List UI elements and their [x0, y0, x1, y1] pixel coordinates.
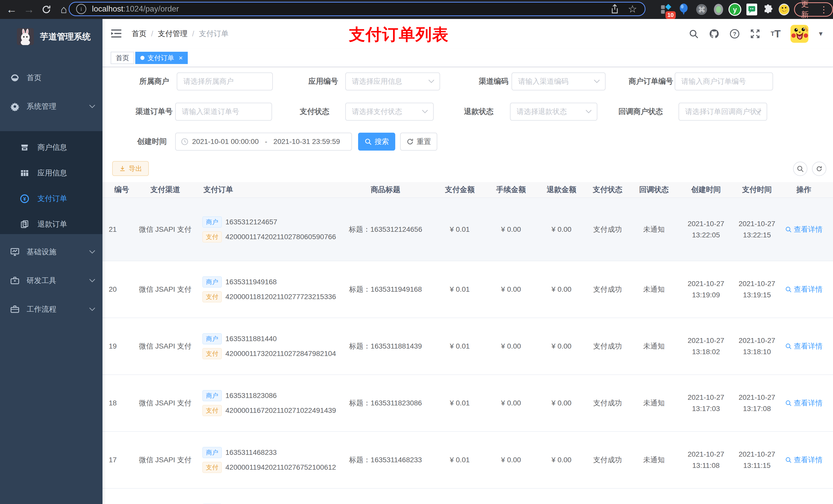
sidebar-toggle-icon[interactable] — [111, 29, 122, 39]
sidebar-item-system[interactable]: 系统管理 — [0, 93, 102, 120]
view-detail-link[interactable]: 查看详情 — [785, 455, 823, 465]
reload-icon[interactable] — [39, 0, 54, 19]
pay-status-select[interactable] — [345, 103, 434, 121]
extensions-puzzle-icon[interactable] — [761, 3, 775, 16]
merchant-input[interactable] — [177, 72, 273, 90]
view-detail-link[interactable]: 查看详情 — [785, 224, 823, 234]
filter-row-3: 创建时间 2021-10-01 00:00:00 - 2021-10-31 23… — [102, 133, 833, 150]
sidebar-item-merchant-info[interactable]: 商户信息 — [0, 134, 102, 161]
cell-pay-status: 支付成功 — [584, 398, 631, 408]
share-icon[interactable] — [611, 4, 619, 14]
merchant-label: 所属商户 — [102, 72, 169, 90]
pay-tag: 支付 — [203, 405, 222, 416]
extension-grid-icon[interactable]: 10 — [659, 3, 673, 16]
breadcrumb: 首页 / 支付管理 / 支付订单 — [132, 19, 229, 49]
site-info-icon[interactable]: i — [76, 4, 86, 14]
pay-order-table: 编号 支付渠道 支付订单 商品标题 支付金额 手续金额 退款金额 支付状态 回调… — [102, 182, 833, 504]
cell-title: 标题：1635312124656 — [346, 224, 425, 234]
view-detail-link[interactable]: 查看详情 — [785, 285, 823, 294]
update-button[interactable]: 更新 ⋮ — [794, 2, 833, 17]
url-bar[interactable]: i localhost:1024/pay/order ☆ — [69, 2, 645, 16]
breadcrumb-home[interactable]: 首页 — [132, 29, 146, 39]
cell-pay-time: 2021-10-2713:11:15 — [733, 449, 781, 471]
search-button[interactable]: 搜索 — [358, 133, 395, 150]
app-select[interactable] — [345, 72, 440, 90]
svg-text:?: ? — [733, 31, 736, 37]
forward-icon[interactable]: → — [21, 0, 37, 19]
sidebar-item-home[interactable]: 首页 — [0, 65, 102, 91]
bookmark-star-icon[interactable]: ☆ — [628, 3, 637, 15]
toggle-search-button[interactable] — [793, 162, 807, 176]
cell-id: 17 — [102, 456, 129, 464]
cell-fee: ¥ 0.00 — [487, 456, 536, 464]
cell-pay-order: 商户1635311823086 支付4200001167202110271022… — [203, 386, 346, 420]
url-text: localhost:1024/pay/order — [92, 4, 179, 14]
cell-id: 18 — [102, 399, 129, 407]
cell-pay-time: 2021-10-2713:18:10 — [733, 335, 781, 358]
cell-pay-time: 2021-10-2713:22:15 — [733, 218, 781, 241]
toolbox-icon — [10, 276, 20, 285]
merchant-input-field[interactable] — [177, 77, 272, 86]
table-row[interactable]: 20 微信 JSAPI 支付 商户1635311949168 支付4200001… — [102, 261, 833, 318]
notify-status-select[interactable] — [679, 103, 767, 121]
cell-amount: ¥ 0.01 — [435, 285, 484, 293]
cell-fee: ¥ 0.00 — [487, 225, 536, 234]
header-pay-order: 支付订单 — [203, 182, 347, 197]
sidebar-item-workflow[interactable]: 工作流程 — [0, 296, 102, 323]
profile-avatar-icon[interactable] — [777, 3, 791, 16]
cell-create-time: 2021-10-2713:17:03 — [681, 392, 731, 414]
back-icon[interactable]: ← — [4, 0, 20, 19]
sidebar-item-app-info[interactable]: 应用信息 — [0, 160, 102, 187]
merchant-order-no-label: 商户订单编号 — [589, 72, 673, 90]
extension-chat-icon[interactable] — [745, 3, 759, 16]
merchant-order-no-input[interactable] — [675, 72, 773, 90]
github-icon[interactable] — [709, 28, 720, 40]
app-logo-row[interactable]: 芋道管理系统 — [0, 23, 102, 51]
channel-order-no-input[interactable] — [175, 103, 272, 121]
table-row[interactable]: 18 微信 JSAPI 支付 商户1635311823086 支付4200001… — [102, 375, 833, 432]
extension-command-icon[interactable]: ⌘ — [695, 3, 709, 16]
table-row[interactable]: 21 微信 JSAPI 支付 商户1635312124657 支付4200001… — [102, 198, 833, 261]
briefcase-icon — [10, 305, 20, 314]
tag-pay-order[interactable]: 支付订单 × — [135, 52, 188, 64]
search-icon[interactable] — [688, 28, 699, 40]
chevron-down-icon — [89, 105, 95, 108]
view-detail-link[interactable]: 查看详情 — [785, 398, 823, 408]
cell-id: 19 — [102, 342, 129, 350]
reset-button[interactable]: 重置 — [400, 133, 437, 150]
refresh-table-button[interactable] — [812, 162, 826, 176]
table-row[interactable]: 商户1635311051796 支付 — [102, 489, 833, 504]
pay-status-label: 支付状态 — [269, 103, 329, 121]
avatar-caret-icon[interactable]: ▼ — [818, 30, 824, 38]
extension-balloon-icon[interactable] — [677, 3, 691, 16]
table-row[interactable]: 19 微信 JSAPI 支付 商户1635311881440 支付4200001… — [102, 318, 833, 375]
sidebar-item-infrastructure[interactable]: 基础设施 — [0, 239, 102, 265]
extension-record-icon[interactable] — [712, 3, 725, 16]
tag-home[interactable]: 首页 — [111, 52, 134, 64]
merchant-tag: 商户 — [203, 276, 222, 288]
cell-pay-status: 支付成功 — [584, 341, 631, 351]
browser-menu-icon[interactable]: ⋮ — [819, 4, 828, 15]
font-size-icon[interactable]: TT — [770, 28, 781, 40]
monitor-chart-icon — [10, 247, 20, 257]
channel-order-no-label: 渠道订单号 — [102, 103, 173, 121]
user-avatar[interactable] — [790, 25, 808, 43]
breadcrumb-payment[interactable]: 支付管理 — [158, 29, 188, 39]
help-icon[interactable]: ? — [729, 28, 740, 40]
cell-title: 标题：1635311823086 — [346, 398, 425, 408]
pay-tag: 支付 — [203, 291, 222, 303]
cell-refund: ¥ 0.00 — [538, 399, 585, 407]
gear-icon — [10, 102, 20, 111]
chevron-down-icon — [428, 80, 434, 83]
view-detail-link[interactable]: 查看详情 — [785, 341, 823, 351]
sidebar-item-pay-order[interactable]: ¥ 支付订单 — [0, 186, 102, 212]
create-time-range-picker[interactable]: 2021-10-01 00:00:00 - 2021-10-31 23:59:5… — [175, 133, 352, 150]
sidebar-item-refund-order[interactable]: 退款订单 — [0, 211, 102, 238]
cell-pay-time: 2021-10-2713:17:08 — [733, 392, 781, 414]
sidebar-item-dev-tools[interactable]: 研发工具 — [0, 267, 102, 294]
fullscreen-icon[interactable] — [749, 28, 761, 40]
export-button[interactable]: 导出 — [112, 161, 149, 176]
extension-y-icon[interactable]: y — [728, 3, 742, 16]
table-row[interactable]: 17 微信 JSAPI 支付 商户1635311468233 支付4200001… — [102, 432, 833, 489]
close-icon[interactable]: × — [179, 54, 183, 62]
